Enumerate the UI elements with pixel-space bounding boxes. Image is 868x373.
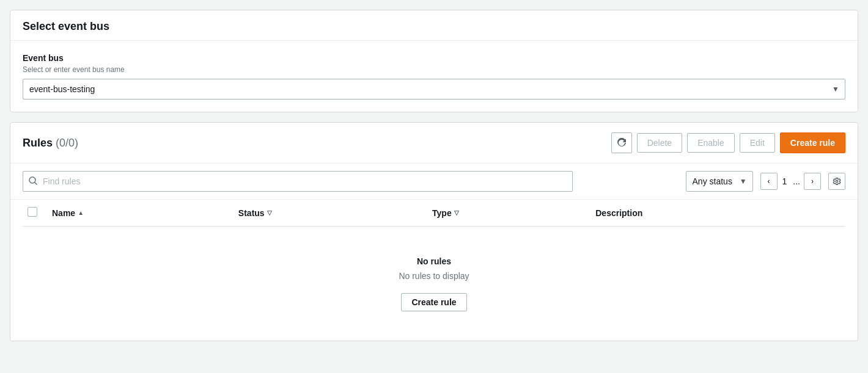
status-sort-icon: ▽ xyxy=(267,209,272,216)
rules-toolbar: Any status Enabled Disabled ▼ ‹ 1 ... › xyxy=(10,164,858,200)
event-bus-label: Event bus xyxy=(23,53,845,63)
rules-table-header: Name ▲ Status ▽ Type ▽ xyxy=(23,200,845,226)
select-all-checkbox[interactable] xyxy=(28,207,37,217)
event-bus-select-wrapper: event-bus-testing default custom-event-b… xyxy=(23,79,845,100)
rules-card: Rules (0/0) Delete Enable Edit Create ru… xyxy=(10,122,858,341)
event-bus-select[interactable]: event-bus-testing default custom-event-b… xyxy=(23,79,845,100)
event-bus-hint: Select or enter event bus name xyxy=(23,65,845,74)
status-filter-wrapper: Any status Enabled Disabled ▼ xyxy=(686,171,753,192)
enable-button[interactable]: Enable xyxy=(687,133,735,153)
create-rule-button-empty[interactable]: Create rule xyxy=(401,293,466,311)
select-event-bus-title: Select event bus xyxy=(23,20,845,33)
edit-button[interactable]: Edit xyxy=(740,133,775,153)
pagination: ‹ 1 ... › xyxy=(760,173,821,190)
select-all-column xyxy=(23,200,47,226)
name-column-header[interactable]: Name ▲ xyxy=(47,200,234,226)
rules-table: Name ▲ Status ▽ Type ▽ xyxy=(23,200,845,341)
status-column-header[interactable]: Status ▽ xyxy=(234,200,427,226)
refresh-button[interactable] xyxy=(611,132,632,153)
svg-line-1 xyxy=(35,183,37,184)
search-input[interactable] xyxy=(23,171,573,192)
rules-actions: Delete Enable Edit Create rule xyxy=(611,132,845,153)
rules-table-body: No rules No rules to display Create rule xyxy=(23,226,845,341)
settings-icon xyxy=(833,177,841,186)
pagination-dots: ... xyxy=(792,176,801,186)
prev-page-button[interactable]: ‹ xyxy=(760,173,778,190)
search-wrapper xyxy=(23,171,573,192)
select-event-bus-header: Select event bus xyxy=(10,10,858,41)
refresh-icon xyxy=(617,138,627,148)
status-filter-select[interactable]: Any status Enabled Disabled xyxy=(686,171,753,192)
search-icon xyxy=(29,176,37,187)
select-event-bus-body: Event bus Select or enter event bus name… xyxy=(10,41,858,112)
name-sort-icon: ▲ xyxy=(78,209,84,216)
rules-count: (0/0) xyxy=(56,137,78,149)
toolbar-right: Any status Enabled Disabled ▼ ‹ 1 ... › xyxy=(686,171,845,192)
empty-state-title: No rules xyxy=(35,256,833,266)
empty-state: No rules No rules to display Create rule xyxy=(23,227,845,341)
rules-title: Rules (0/0) xyxy=(23,137,78,150)
delete-button[interactable]: Delete xyxy=(637,133,682,153)
rules-table-container: Name ▲ Status ▽ Type ▽ xyxy=(10,200,858,341)
empty-state-description: No rules to display xyxy=(35,271,833,281)
current-page: 1 xyxy=(780,176,790,186)
table-settings-button[interactable] xyxy=(828,173,845,190)
type-sort-icon: ▽ xyxy=(454,209,459,216)
description-column-header: Description xyxy=(590,200,845,226)
type-column-header[interactable]: Type ▽ xyxy=(427,200,590,226)
select-event-bus-card: Select event bus Event bus Select or ent… xyxy=(10,10,858,112)
create-rule-button-header[interactable]: Create rule xyxy=(780,132,845,153)
rules-header: Rules (0/0) Delete Enable Edit Create ru… xyxy=(10,123,858,164)
next-page-button[interactable]: › xyxy=(804,173,821,190)
